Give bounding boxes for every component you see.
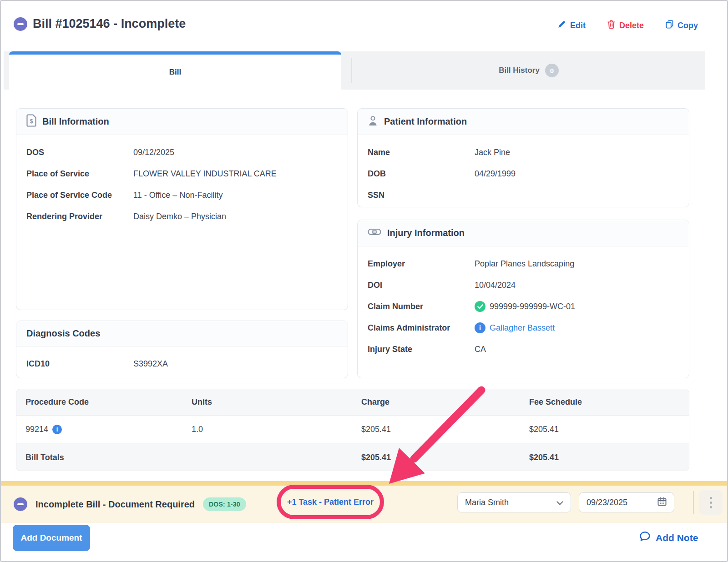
- patient-information-header: Patient Information: [358, 109, 689, 135]
- copy-button[interactable]: Copy: [666, 20, 698, 31]
- patient-information-card: Patient Information Name Jack Pine DOB 0…: [357, 108, 689, 207]
- field-value: Jack Pine: [475, 146, 679, 159]
- bill-information-card: $ Bill Information DOS 09/12/2025 Place …: [16, 108, 348, 310]
- table-row: 99214 1.0 $205.41 $205.41: [16, 416, 689, 443]
- field-value: Poplar Planes Landscaping: [475, 257, 679, 270]
- bill-detail-page: Bill #1025146 - Incomplete Edit Delete C…: [0, 0, 728, 562]
- info-row-ssn: SSN: [368, 189, 679, 201]
- procedure-code: 99214: [25, 425, 48, 434]
- charge-cell: $205.41: [361, 425, 529, 434]
- field-label: Rendering Provider: [26, 210, 133, 223]
- patient-information-title: Patient Information: [384, 116, 467, 127]
- fee-schedule-cell: $205.41: [529, 425, 689, 434]
- info-icon[interactable]: [52, 425, 62, 434]
- copy-label: Copy: [677, 21, 698, 30]
- field-value: 11 - Office – Non-Facility: [133, 189, 338, 201]
- injury-information-body: Employer Poplar Planes Landscaping DOI 1…: [358, 246, 689, 356]
- assignee-dropdown[interactable]: Maria Smith: [457, 492, 571, 512]
- calendar-icon: [657, 497, 667, 508]
- diagnosis-codes-card: Diagnosis Codes ICD10 S3992XA: [16, 321, 348, 378]
- field-value: 10/04/2024: [475, 279, 679, 291]
- more-options-button[interactable]: [699, 490, 723, 515]
- field-label: DOB: [368, 167, 475, 180]
- injury-information-header: Injury Information: [358, 220, 689, 246]
- bill-information-title: Bill Information: [42, 116, 109, 127]
- procedures-table: Procedure Code Units Charge Fee Schedule…: [16, 389, 689, 471]
- add-document-label: Add Document: [20, 533, 82, 543]
- bill-icon: $: [26, 114, 36, 129]
- bandage-icon: [368, 227, 381, 239]
- edit-button[interactable]: Edit: [557, 20, 586, 31]
- field-label: Injury State: [368, 343, 475, 356]
- info-icon[interactable]: [475, 322, 485, 333]
- field-label: Claim Number: [368, 300, 475, 313]
- field-value: 999999-999999-WC-01: [475, 300, 679, 313]
- add-note-button[interactable]: Add Note: [639, 531, 698, 544]
- svg-text:$: $: [30, 118, 33, 125]
- status-bar-left: Incomplete Bill - Document Required DOS:…: [14, 486, 246, 523]
- bill-information-body: DOS 09/12/2025 Place of Service FLOWER V…: [16, 135, 348, 223]
- delete-button[interactable]: Delete: [607, 20, 644, 31]
- trash-icon: [607, 20, 615, 31]
- tab-bill-label: Bill: [169, 68, 181, 77]
- injury-information-card: Injury Information Employer Poplar Plane…: [357, 220, 689, 378]
- info-row-place-of-service: Place of Service FLOWER VALLEY INDUSTRIA…: [26, 167, 338, 180]
- copy-icon: [666, 20, 673, 31]
- field-label: DOS: [26, 146, 133, 159]
- info-row-dob: DOB 04/29/1999: [368, 167, 679, 180]
- column-header-fee-schedule: Fee Schedule: [529, 397, 689, 407]
- field-value: S3992XA: [133, 357, 338, 370]
- incomplete-status-icon: [14, 17, 27, 31]
- field-label: SSN: [368, 189, 475, 201]
- column-header-procedure-code: Procedure Code: [16, 397, 192, 407]
- diagnosis-codes-header: Diagnosis Codes: [16, 321, 348, 346]
- add-document-button[interactable]: Add Document: [13, 525, 90, 551]
- assignee-value: Maria Smith: [465, 498, 509, 507]
- delete-label: Delete: [619, 21, 644, 30]
- field-value: FLOWER VALLEY INDUSTRIAL CARE: [133, 167, 338, 180]
- info-row-injury-state: Injury State CA: [368, 343, 679, 356]
- date-value: 09/23/2025: [586, 498, 627, 507]
- chevron-down-icon: [556, 498, 563, 507]
- field-label: Place of Service: [26, 167, 133, 180]
- tab-bill-history[interactable]: Bill History 0: [352, 51, 705, 90]
- date-field[interactable]: 09/23/2025: [579, 492, 674, 512]
- info-row-place-of-service-code: Place of Service Code 11 - Office – Non-…: [26, 189, 338, 201]
- field-label: DOI: [368, 279, 475, 291]
- patient-icon: [368, 115, 378, 129]
- claims-administrator-link[interactable]: Gallagher Bassett: [490, 321, 555, 334]
- column-header-charge: Charge: [361, 397, 529, 407]
- field-label: Claims Administrator: [368, 321, 475, 334]
- info-row-claims-administrator: Claims Administrator Gallagher Bassett: [368, 321, 679, 334]
- field-label: Employer: [368, 257, 475, 270]
- task-patient-error-link[interactable]: +1 Task - Patient Error: [287, 497, 374, 507]
- tab-bill-history-label: Bill History: [499, 66, 540, 75]
- bill-totals-label: Bill Totals: [16, 453, 192, 462]
- task-annotation-ring: +1 Task - Patient Error: [277, 485, 384, 519]
- edit-label: Edit: [570, 21, 586, 30]
- check-icon: [475, 301, 485, 312]
- add-note-label: Add Note: [656, 532, 698, 543]
- info-row-claim-number: Claim Number 999999-999999-WC-01: [368, 300, 679, 313]
- bill-totals-charge: $205.41: [361, 453, 529, 462]
- column-header-units: Units: [192, 397, 361, 407]
- injury-information-title: Injury Information: [387, 228, 465, 238]
- bill-totals-fee: $205.41: [529, 453, 689, 462]
- field-value: Daisy Demko – Physician: [133, 210, 338, 223]
- minus-circle-icon: [14, 497, 27, 511]
- field-value: CA: [475, 343, 679, 356]
- diagnosis-codes-title: Diagnosis Codes: [26, 328, 100, 339]
- info-row-employer: Employer Poplar Planes Landscaping: [368, 257, 679, 270]
- bill-history-count-badge: 0: [545, 64, 559, 77]
- units-cell: 1.0: [192, 425, 361, 434]
- status-title: Incomplete Bill - Document Required: [35, 499, 195, 510]
- kebab-icon: [710, 497, 712, 499]
- header-actions: Edit Delete Copy: [557, 20, 698, 31]
- info-row-icd10: ICD10 S3992XA: [26, 357, 338, 370]
- info-row-dos: DOS 09/12/2025: [26, 146, 338, 159]
- speech-bubble-icon: [639, 531, 651, 544]
- procedures-table-header: Procedure Code Units Charge Fee Schedule: [16, 389, 689, 416]
- page-title: Bill #1025146 - Incomplete: [33, 15, 186, 32]
- tab-bill[interactable]: Bill: [9, 51, 341, 90]
- procedure-code-cell: 99214: [16, 425, 192, 434]
